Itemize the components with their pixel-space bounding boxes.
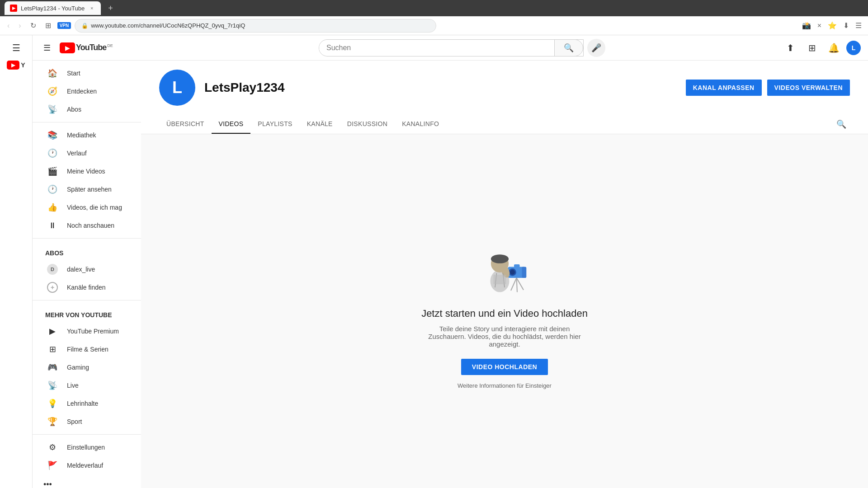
sidebar-item-meine-videos[interactable]: 🎬 Meine Videos xyxy=(36,162,137,180)
sidebar-item-start[interactable]: 🏠 Start xyxy=(36,64,137,82)
manage-videos-button[interactable]: VIDEOS VERWALTEN xyxy=(767,80,850,96)
screenshot-icon[interactable]: 📸 xyxy=(800,19,813,32)
tab-uebersicht[interactable]: ÜBERSICHT xyxy=(159,115,212,134)
sidebar-item-liked[interactable]: 👍 Videos, die ich mag xyxy=(36,198,137,216)
sidebar-label-sport: Sport xyxy=(67,418,82,425)
learning-icon: 💡 xyxy=(47,399,58,408)
logo-text-rail: Y xyxy=(21,61,25,69)
refresh-button[interactable]: ↻ xyxy=(28,19,39,32)
bookmark-icon[interactable]: ⭐ xyxy=(826,19,839,32)
icon-rail: ☰ ▶ Y xyxy=(0,35,33,488)
logo-icon-rail: ▶ xyxy=(7,61,19,70)
sidebar-divider-4 xyxy=(33,434,141,435)
sidebar-item-mediathek[interactable]: 📚 Mediathek xyxy=(36,126,137,144)
customize-channel-button[interactable]: KANAL ANPASSEN xyxy=(686,80,762,96)
sidebar-label-start: Start xyxy=(67,70,80,77)
sidebar: ☰ ▶ YouTube DE 🏠 Start 🧭 Entdecken 📡 Abo… xyxy=(33,35,141,488)
tab-kanaele[interactable]: KANÄLE xyxy=(300,115,340,134)
sidebar-label-lehrinhalte: Lehrinhalte xyxy=(67,400,98,407)
my-videos-icon: 🎬 xyxy=(47,166,58,176)
sidebar-item-sport[interactable]: 🏆 Sport xyxy=(36,413,137,431)
help-link[interactable]: Weitere Informationen für Einsteiger xyxy=(458,382,552,389)
sidebar-item-dalex[interactable]: D dalex_live xyxy=(36,260,137,278)
channel-name: LetsPlay1234 xyxy=(204,80,284,95)
tab-videos[interactable]: VIDEOS xyxy=(212,115,251,134)
sidebar-label-entdecken: Entdecken xyxy=(67,88,97,95)
svg-rect-6 xyxy=(514,264,520,267)
upload-video-button[interactable]: VIDEO HOCHLADEN xyxy=(461,359,548,375)
cast-icon[interactable]: × xyxy=(816,20,823,32)
svg-rect-11 xyxy=(494,275,506,284)
sidebar-item-kanaele-finden[interactable]: + Kanäle finden xyxy=(36,278,137,296)
sidebar-label-meldeverlauf: Meldeverlauf xyxy=(67,462,103,469)
tab-kanalinfo[interactable]: KANALINFO xyxy=(395,115,446,134)
browser-tab[interactable]: ▶ LetsPlay1234 - YouTube × xyxy=(5,1,101,15)
notification-button[interactable]: 🔔 xyxy=(825,39,843,57)
back-button[interactable]: ‹ xyxy=(5,20,12,32)
vpn-badge[interactable]: VPN xyxy=(57,22,71,29)
sidebar-divider-3 xyxy=(33,300,141,300)
tab-close-btn[interactable]: × xyxy=(88,5,95,12)
main-area: 🔍 🎤 ⬆ ⊞ 🔔 L xyxy=(141,35,868,488)
forward-button[interactable]: › xyxy=(16,20,24,32)
more-icon: ••• xyxy=(43,480,52,488)
sidebar-item-lehrinhalte[interactable]: 💡 Lehrinhalte xyxy=(36,394,137,413)
yt-logo-text: YouTube xyxy=(76,43,106,52)
upload-button[interactable]: ⬆ xyxy=(781,39,799,57)
sidebar-section-mehr: MEHR VON YOUTUBE xyxy=(33,304,141,322)
sidebar-label-einstellungen: Einstellungen xyxy=(67,444,105,451)
sidebar-item-abos[interactable]: 📡 Abos xyxy=(36,100,137,118)
empty-state-title: Jetzt starten und ein Video hochladen xyxy=(421,308,588,319)
hamburger-button[interactable]: ☰ xyxy=(40,39,54,56)
continue-icon: ⏸ xyxy=(47,221,58,230)
films-icon: ⊞ xyxy=(47,344,58,354)
sidebar-item-spaeter[interactable]: 🕐 Später ansehen xyxy=(36,180,137,198)
sidebar-item-gaming[interactable]: 🎮 Gaming xyxy=(36,358,137,376)
sidebar-item-verlauf[interactable]: 🕐 Verlauf xyxy=(36,144,137,162)
new-tab-button[interactable]: + xyxy=(104,2,117,15)
youtube-logo[interactable]: ▶ YouTube DE xyxy=(60,42,113,53)
apps-button[interactable]: ⊞ xyxy=(803,39,821,57)
sidebar-label-spaeter: Später ansehen xyxy=(67,186,112,193)
search-input[interactable] xyxy=(319,44,554,52)
sidebar-item-live[interactable]: 📡 Live xyxy=(36,376,137,394)
menu-icon[interactable]: ☰ xyxy=(854,19,863,32)
url-bar[interactable]: 🔒 www.youtube.com/channel/UCocN6zQPHQZ_0… xyxy=(75,19,436,33)
svg-line-13 xyxy=(517,278,517,292)
channel-content: L LetsPlay1234 KANAL ANPASSEN VIDEOS VER… xyxy=(141,61,868,488)
watch-later-icon: 🕐 xyxy=(47,184,58,194)
mic-icon: 🎤 xyxy=(591,43,601,53)
topbar: ☰ ▶ YouTube DE xyxy=(33,35,141,61)
sidebar-label-youtube-premium: YouTube Premium xyxy=(67,328,119,335)
mic-button[interactable]: 🎤 xyxy=(587,39,605,57)
hamburger-icon-rail[interactable]: ☰ xyxy=(9,39,24,57)
channel-header: L LetsPlay1234 KANAL ANPASSEN VIDEOS VER… xyxy=(141,61,868,115)
sidebar-item-filme-serien[interactable]: ⊞ Filme & Serien xyxy=(36,340,137,358)
sidebar-item-einstellungen[interactable]: ⚙ Einstellungen xyxy=(36,438,137,456)
sidebar-label-live: Live xyxy=(67,382,79,389)
sidebar-label-gaming: Gaming xyxy=(67,364,89,371)
tab-diskussion[interactable]: DISKUSSION xyxy=(340,115,395,134)
sidebar-item-meldeverlauf[interactable]: 🚩 Meldeverlauf xyxy=(36,456,137,474)
sidebar-label-noch-anschauen: Noch anschauen xyxy=(67,222,114,229)
topbar-left: ☰ ▶ YouTube DE xyxy=(40,39,134,56)
download-icon[interactable]: ⬇ xyxy=(841,19,851,32)
tab-playlists[interactable]: PLAYLISTS xyxy=(250,115,299,134)
search-icon: 🔍 xyxy=(564,43,574,53)
sidebar-item-entdecken[interactable]: 🧭 Entdecken xyxy=(36,82,137,100)
sidebar-item-noch-anschauen[interactable]: ⏸ Noch anschauen xyxy=(36,216,137,235)
sidebar-label-filme-serien: Filme & Serien xyxy=(67,346,108,353)
sidebar-item-youtube-premium[interactable]: ▶ YouTube Premium xyxy=(36,322,137,340)
tab-favicon: ▶ xyxy=(10,5,17,12)
add-channel-icon: + xyxy=(47,282,58,293)
sidebar-label-verlauf: Verlauf xyxy=(67,150,87,157)
liked-icon: 👍 xyxy=(47,202,58,212)
sport-icon: 🏆 xyxy=(47,417,58,427)
user-avatar-button[interactable]: L xyxy=(846,41,861,55)
search-button[interactable]: 🔍 xyxy=(554,39,583,56)
lock-icon: 🔒 xyxy=(81,23,88,29)
channel-search-button[interactable]: 🔍 xyxy=(833,116,850,133)
history-icon: 🕐 xyxy=(47,148,58,158)
more-button[interactable]: ••• xyxy=(33,474,141,488)
extensions-button[interactable]: ⊞ xyxy=(42,19,54,32)
